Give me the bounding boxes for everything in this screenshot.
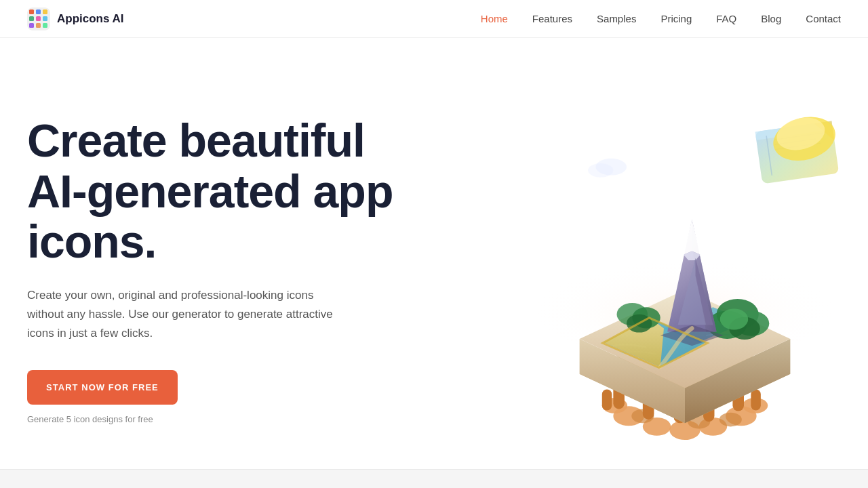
cta-button[interactable]: START NOW FOR FREE: [27, 370, 178, 405]
nav-home[interactable]: Home: [481, 13, 508, 24]
nav-blog[interactable]: Blog: [761, 13, 781, 24]
brand-logo[interactable]: Appicons AI: [27, 7, 124, 30]
navbar: Appicons AI Home Features Samples Pricin…: [0, 0, 868, 38]
nav-links: Home Features Samples Pricing FAQ Blog C…: [481, 13, 841, 25]
svg-rect-3: [43, 9, 47, 14]
cta-note: Generate 5 icon designs for free: [27, 414, 407, 424]
svg-rect-5: [36, 16, 41, 21]
brand-name: Appicons AI: [57, 12, 124, 26]
svg-rect-26: [602, 390, 612, 411]
svg-rect-2: [36, 9, 41, 14]
svg-rect-4: [29, 16, 34, 21]
svg-point-32: [720, 308, 748, 329]
svg-rect-9: [43, 23, 47, 28]
svg-point-44: [595, 159, 627, 176]
nav-features[interactable]: Features: [532, 13, 572, 24]
nav-faq[interactable]: FAQ: [716, 13, 736, 24]
hero-title: Create beautiful AI-generated app icons.: [27, 115, 407, 267]
hero-section: Create beautiful AI-generated app icons.…: [0, 38, 868, 488]
svg-rect-6: [43, 16, 47, 21]
hero-subtitle: Create your own, original and profession…: [27, 286, 353, 343]
page-footer: [0, 469, 868, 488]
svg-rect-7: [29, 23, 34, 28]
logo-icon: [27, 7, 50, 30]
svg-point-20: [719, 413, 742, 427]
nav-contact[interactable]: Contact: [806, 13, 841, 24]
svg-rect-8: [36, 23, 41, 28]
svg-rect-1: [29, 9, 34, 14]
nav-pricing[interactable]: Pricing: [660, 13, 692, 24]
hero-content: Create beautiful AI-generated app icons.…: [27, 115, 407, 425]
hero-illustration: [488, 65, 868, 458]
svg-rect-27: [751, 390, 761, 411]
nav-samples[interactable]: Samples: [597, 13, 636, 24]
